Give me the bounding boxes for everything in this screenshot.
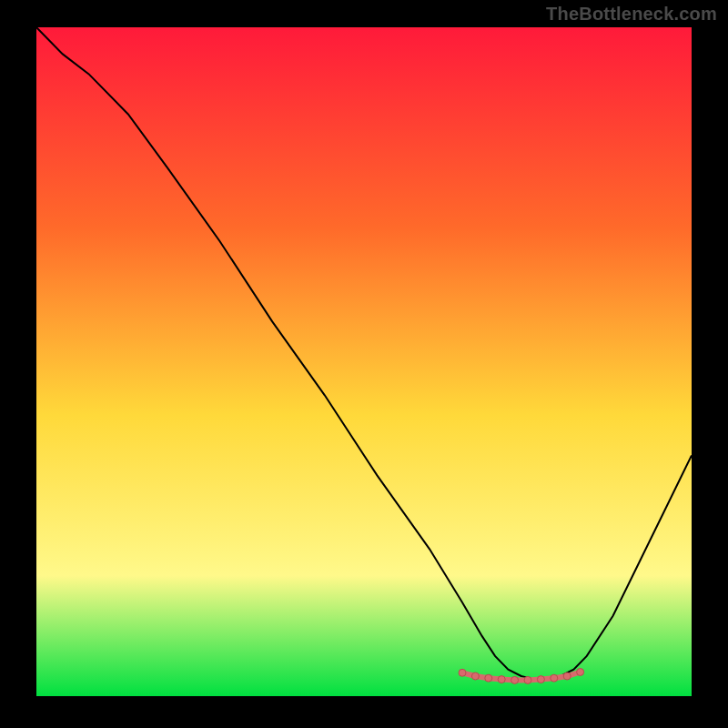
marker-dot	[524, 676, 531, 683]
marker-dot	[498, 676, 505, 683]
marker-dot	[485, 674, 492, 682]
marker-dot	[551, 674, 558, 682]
bottleneck-chart	[36, 27, 692, 696]
watermark-text: TheBottleneck.com	[546, 4, 717, 25]
marker-dot	[577, 669, 584, 676]
chart-frame: TheBottleneck.com	[0, 0, 728, 728]
marker-dot	[511, 676, 519, 683]
gradient-background	[36, 27, 692, 696]
plot-area	[36, 27, 692, 696]
marker-dot	[563, 672, 571, 680]
marker-dot	[459, 669, 466, 676]
marker-dot	[537, 676, 544, 683]
marker-dot	[471, 672, 479, 680]
